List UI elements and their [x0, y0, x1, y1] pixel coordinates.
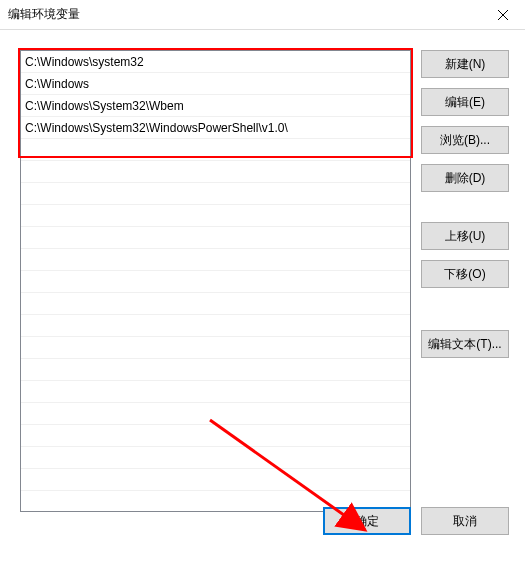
edittext-button[interactable]: 编辑文本(T)... [421, 330, 509, 358]
list-item[interactable] [21, 381, 410, 403]
moveup-button[interactable]: 上移(U) [421, 222, 509, 250]
path-listbox[interactable]: C:\Windows\system32 C:\Windows C:\Window… [20, 50, 411, 512]
list-item[interactable]: C:\Windows\system32 [21, 51, 410, 73]
ok-button[interactable]: 确定 [323, 507, 411, 535]
close-button[interactable] [480, 0, 525, 29]
list-item[interactable] [21, 161, 410, 183]
close-icon [498, 10, 508, 20]
list-item[interactable] [21, 315, 410, 337]
list-item[interactable]: C:\Windows\System32\Wbem [21, 95, 410, 117]
window-title: 编辑环境变量 [8, 6, 80, 23]
new-button[interactable]: 新建(N) [421, 50, 509, 78]
list-item[interactable] [21, 425, 410, 447]
list-item[interactable] [21, 359, 410, 381]
dialog-content: C:\Windows\system32 C:\Windows C:\Window… [0, 30, 525, 561]
titlebar: 编辑环境变量 [0, 0, 525, 30]
list-item[interactable] [21, 139, 410, 161]
list-item[interactable] [21, 249, 410, 271]
movedown-button[interactable]: 下移(O) [421, 260, 509, 288]
list-item[interactable] [21, 227, 410, 249]
list-item[interactable] [21, 469, 410, 491]
button-column: 新建(N) 编辑(E) 浏览(B)... 删除(D) 上移(U) 下移(O) 编… [421, 50, 509, 545]
list-item[interactable]: C:\Windows [21, 73, 410, 95]
edit-button[interactable]: 编辑(E) [421, 88, 509, 116]
list-item[interactable] [21, 337, 410, 359]
list-item[interactable]: C:\Windows\System32\WindowsPowerShell\v1… [21, 117, 410, 139]
bottom-buttons: 确定 取消 [323, 507, 509, 545]
list-item[interactable] [21, 271, 410, 293]
list-item[interactable] [21, 293, 410, 315]
cancel-button[interactable]: 取消 [421, 507, 509, 535]
delete-button[interactable]: 删除(D) [421, 164, 509, 192]
list-item[interactable] [21, 403, 410, 425]
list-item[interactable] [21, 183, 410, 205]
browse-button[interactable]: 浏览(B)... [421, 126, 509, 154]
list-item[interactable] [21, 205, 410, 227]
list-wrap: C:\Windows\system32 C:\Windows C:\Window… [20, 50, 411, 545]
list-item[interactable] [21, 447, 410, 469]
